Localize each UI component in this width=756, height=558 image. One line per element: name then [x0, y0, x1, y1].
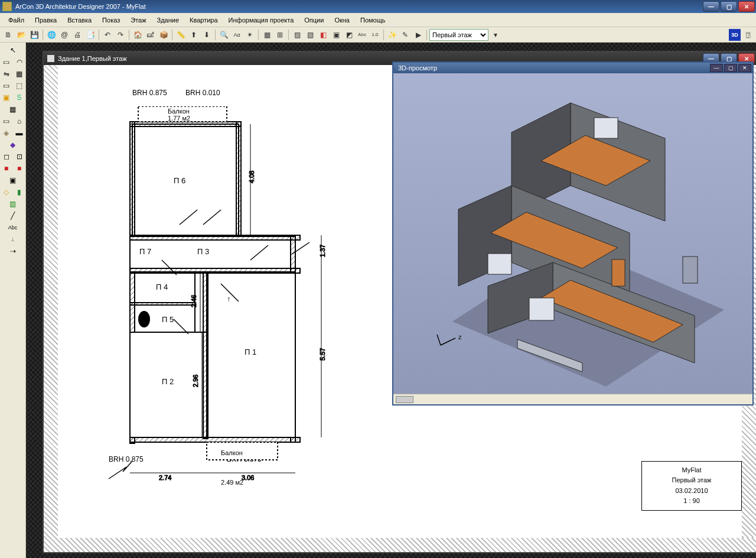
label-p5: П 5 — [162, 315, 174, 324]
lt-perp-icon[interactable]: ⟂ — [7, 234, 19, 245]
app-titlebar: ArCon 3D Architektur Designer 2007 - MyF… — [0, 0, 756, 13]
globe-icon[interactable]: 🌐 — [45, 29, 57, 41]
menu-options[interactable]: Опции — [299, 15, 328, 25]
lt-s-icon[interactable]: S — [14, 92, 25, 103]
lt-wall-icon[interactable]: ▭ — [1, 57, 12, 67]
preview-title: 3D-просмотр — [398, 64, 437, 72]
badge-3d[interactable]: 3D — [729, 29, 741, 41]
svg-text:1.77 м2: 1.77 м2 — [168, 115, 190, 122]
pencil-icon[interactable]: ✎ — [399, 29, 411, 41]
floor-up-icon[interactable]: ⬆ — [188, 29, 200, 41]
floor-select[interactable]: Первый этаж — [429, 29, 488, 41]
menu-help[interactable]: Помощь — [356, 15, 390, 25]
svg-text:2.46: 2.46 — [190, 295, 197, 307]
redo-icon[interactable]: ↷ — [115, 29, 126, 41]
lt-line-icon[interactable]: ╱ — [7, 210, 19, 221]
undo-icon[interactable]: ↶ — [102, 29, 113, 41]
svg-text:3.06: 3.06 — [242, 474, 254, 481]
lt-stairs2-icon[interactable]: ▦ — [14, 69, 25, 79]
menu-edit[interactable]: Правка — [30, 15, 61, 25]
wand-icon[interactable]: ✨ — [386, 29, 398, 41]
flag-icon[interactable]: ◧ — [317, 29, 329, 41]
label-p2: П 2 — [162, 377, 174, 386]
label-p4: П 4 — [156, 283, 168, 291]
plan-title: Здание 1,Первый этаж — [58, 55, 127, 62]
lt-slab-icon[interactable]: ▭ — [1, 116, 12, 126]
preview-scrollbar[interactable] — [393, 394, 752, 404]
hatch1-icon[interactable]: ▨ — [291, 29, 303, 41]
dim-icon[interactable]: 1.0 — [369, 29, 381, 41]
lt-square-icon[interactable]: ⊡ — [14, 151, 25, 162]
info-project: MyFlat — [642, 465, 741, 476]
lt-stairs-icon[interactable]: ⇋ — [1, 69, 12, 79]
lt-roof-icon[interactable]: ⌂ — [14, 116, 25, 126]
menu-projectinfo[interactable]: Информация проекта — [224, 15, 299, 25]
menu-view[interactable]: Показ — [97, 15, 125, 25]
maximize-button[interactable]: ▢ — [721, 1, 737, 12]
info-date: 03.02.2010 — [642, 486, 741, 497]
help-pointer-icon[interactable]: ⍰ — [742, 29, 754, 41]
lt-dashed-icon[interactable]: ⬚ — [14, 80, 25, 91]
menu-floor[interactable]: Этаж — [126, 15, 151, 25]
print-icon[interactable]: 🖨 — [71, 29, 83, 41]
lt-empty-icon[interactable]: ◻ — [1, 151, 12, 162]
preview-viewport[interactable]: z — [393, 73, 752, 394]
object-icon[interactable]: 📦 — [158, 29, 170, 41]
floor-down-icon[interactable]: ⬇ — [201, 29, 213, 41]
margin-left — [44, 65, 58, 552]
lt-tool2-icon[interactable]: ▮ — [14, 187, 25, 197]
close-button[interactable]: ✕ — [738, 1, 755, 12]
dropdown-extra-icon[interactable]: ▾ — [490, 29, 501, 41]
scroll-thumb[interactable] — [396, 396, 413, 403]
preview-min-button[interactable]: — — [710, 64, 723, 72]
save-icon[interactable]: 💾 — [28, 29, 40, 41]
abc-icon[interactable]: Abc — [356, 29, 368, 41]
preview-window: 3D-просмотр — ▢ ✕ — [392, 61, 754, 405]
lt-abc-icon[interactable]: Abc — [7, 222, 19, 233]
lt-fill-icon[interactable]: ▣ — [1, 92, 12, 103]
preview-close-button[interactable]: ✕ — [738, 64, 751, 72]
ruler-icon[interactable]: 📏 — [175, 29, 187, 41]
compass-icon[interactable]: ✴ — [244, 29, 256, 41]
lt-3d-icon[interactable]: ◈ — [1, 128, 12, 138]
arrow-icon[interactable]: ▶ — [412, 29, 424, 41]
menu-insert[interactable]: Вставка — [63, 15, 96, 25]
mdi-area: Здание 1,Первый этаж — ▢ ✕ BRH 0.875 BRH… — [26, 43, 756, 558]
copy-icon[interactable]: 📑 — [84, 29, 96, 41]
workspace: ↖ ▭ ◠ ⇋ ▦ ▭ ⬚ ▣ S ▦ ▭ ⌂ ◈ ▬ ◆ ◻ ⊡ — [0, 43, 756, 558]
snap-icon[interactable]: ⊞ — [274, 29, 286, 41]
at-icon[interactable]: @ — [58, 29, 70, 41]
zoom-icon[interactable]: 🔍 — [218, 29, 230, 41]
group-icon[interactable]: ▣ — [330, 29, 342, 41]
marker-icon[interactable]: ◩ — [343, 29, 355, 41]
hatch2-icon[interactable]: ▧ — [304, 29, 316, 41]
lt-grid2-icon[interactable]: ▦ — [7, 104, 19, 115]
lt-red1-icon[interactable]: ■ — [1, 163, 12, 174]
open-icon[interactable]: 📂 — [15, 29, 27, 41]
lt-diamond-icon[interactable]: ◆ — [7, 140, 19, 150]
preview-titlebar[interactable]: 3D-просмотр — ▢ ✕ — [393, 63, 752, 73]
menu-windows[interactable]: Окна — [330, 15, 354, 25]
lt-pointer-icon[interactable]: ↖ — [7, 45, 19, 56]
svg-rect-5 — [130, 236, 295, 272]
lt-room-icon[interactable]: ▭ — [1, 80, 12, 91]
lt-tool1-icon[interactable]: ◇ — [1, 187, 12, 197]
label-p1: П 1 — [245, 348, 256, 356]
lt-green-icon[interactable]: ▥ — [7, 199, 19, 209]
minimize-button[interactable]: — — [703, 1, 719, 12]
lt-red2-icon[interactable]: ■ — [14, 163, 25, 174]
lt-arrow-icon[interactable]: ⇢ — [7, 246, 19, 257]
lt-frame-icon[interactable]: ▣ — [7, 175, 19, 186]
new-icon[interactable]: 🗎 — [2, 29, 14, 41]
lt-beam-icon[interactable]: ▬ — [14, 128, 25, 138]
couch-icon[interactable]: 🛋 — [145, 29, 157, 41]
menu-flat[interactable]: Квартира — [185, 15, 223, 25]
lt-arc-icon[interactable]: ◠ — [14, 57, 25, 67]
menu-file[interactable]: Файл — [4, 15, 29, 25]
preview-max-button[interactable]: ▢ — [724, 64, 737, 72]
grid-icon[interactable]: ▦ — [261, 29, 273, 41]
house-icon[interactable]: 🏠 — [132, 29, 144, 41]
menu-building[interactable]: Здание — [152, 15, 184, 25]
svg-text:2.96: 2.96 — [192, 375, 199, 387]
text-aa-icon[interactable]: Aα — [231, 29, 243, 41]
